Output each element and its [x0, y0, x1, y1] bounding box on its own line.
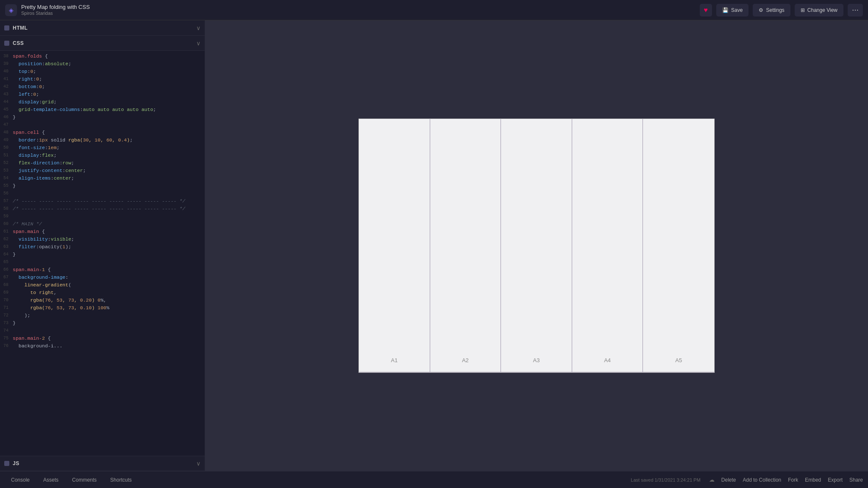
code-line: 66span.main-1 { [0, 266, 205, 274]
map-cell: A5 [643, 119, 714, 372]
project-title: Pretty Map folding with CSS [21, 4, 90, 11]
logo-icon: ◈ [9, 7, 14, 14]
code-line: 63 filter:opacity(1); [0, 243, 205, 251]
js-panel-header[interactable]: JS ∨ [0, 456, 205, 471]
add-to-collection-action[interactable]: Add to Collection [743, 477, 782, 483]
code-line: 74 [0, 327, 205, 335]
changeview-icon: ⊞ [801, 7, 805, 13]
map-cell: A1 [359, 119, 430, 372]
tab-assets[interactable]: Assets [37, 474, 64, 486]
line-number: 58 [0, 205, 13, 213]
save-button[interactable]: 💾 Save [716, 4, 748, 17]
css-panel-chevron[interactable]: ∨ [196, 40, 200, 47]
css-panel-dot [4, 41, 9, 46]
line-content: visibility:visible; [13, 236, 202, 243]
line-number: 50 [0, 144, 13, 152]
line-number: 45 [0, 106, 13, 114]
css-panel-header[interactable]: CSS ∨ [0, 36, 205, 51]
line-content: display:flex; [13, 152, 202, 159]
project-author: Spiros Staridas [21, 11, 90, 16]
js-panel-label: JS [13, 460, 193, 466]
line-number: 49 [0, 136, 13, 144]
code-line: 69 to right, [0, 289, 205, 297]
line-content: to right, [13, 289, 202, 297]
html-panel-label: HTML [13, 25, 193, 31]
tab-comments[interactable]: Comments [66, 474, 103, 486]
line-content: background-image: [13, 274, 202, 281]
code-line: 61span.main { [0, 228, 205, 236]
code-line: 76 background-i... [0, 342, 205, 350]
line-content: flex-direction:row; [13, 159, 202, 167]
code-line: 50 font-size:1em; [0, 144, 205, 152]
line-number: 66 [0, 266, 13, 274]
settings-button[interactable]: ⚙ Settings [753, 4, 790, 17]
tab-shortcuts[interactable]: Shortcuts [104, 474, 138, 486]
code-line: 44 display:grid; [0, 98, 205, 106]
line-number: 70 [0, 297, 13, 304]
code-line: 49 border:1px solid rgba(30, 10, 60, 0.4… [0, 136, 205, 144]
app-logo: ◈ [5, 4, 17, 16]
line-content: } [13, 182, 202, 190]
line-number: 62 [0, 236, 13, 243]
html-panel-header[interactable]: HTML ∨ [0, 20, 205, 36]
line-number: 39 [0, 60, 13, 68]
save-icon: 💾 [722, 7, 729, 13]
line-number: 64 [0, 251, 13, 258]
code-line: 64} [0, 251, 205, 258]
preview-canvas: A1A2A3A4A5 [359, 119, 715, 373]
export-action[interactable]: Export [828, 477, 843, 483]
line-number: 74 [0, 327, 13, 335]
line-number: 61 [0, 228, 13, 236]
line-content: justify-content:center; [13, 167, 202, 175]
code-line: 75span.main-2 { [0, 335, 205, 342]
line-number: 54 [0, 175, 13, 182]
line-content: bottom:0; [13, 83, 202, 91]
map-cell-label: A1 [391, 357, 398, 363]
settings-icon: ⚙ [759, 7, 763, 13]
tab-console[interactable]: Console [5, 474, 36, 486]
code-editor[interactable]: 38span.folds {39 position:absolute;40 to… [0, 51, 205, 456]
like-button[interactable]: ♥ [700, 4, 712, 17]
line-number: 47 [0, 121, 13, 129]
delete-action[interactable]: Delete [721, 477, 736, 483]
change-view-button[interactable]: ⊞ Change View [795, 4, 843, 17]
code-line: 53 justify-content:center; [0, 167, 205, 175]
code-line: 51 display:flex; [0, 152, 205, 159]
line-content: /* MAIN */ [13, 220, 202, 228]
code-line: 73} [0, 319, 205, 327]
line-number: 63 [0, 243, 13, 251]
code-line: 71 rgba(76, 53, 73, 0.10) 100% [0, 304, 205, 312]
code-line: 43 left:0; [0, 91, 205, 98]
line-content: span.folds { [13, 53, 202, 60]
js-panel-chevron[interactable]: ∨ [196, 460, 200, 467]
fork-action[interactable]: Fork [788, 477, 798, 483]
line-number: 72 [0, 312, 13, 319]
embed-action[interactable]: Embed [805, 477, 821, 483]
html-panel-chevron[interactable]: ∨ [196, 25, 200, 31]
code-line: 38span.folds { [0, 53, 205, 60]
line-content: background-i... [13, 342, 202, 350]
map-cell: A2 [430, 119, 501, 372]
code-line: 70 rgba(76, 53, 73, 0.20) 0%, [0, 297, 205, 304]
line-number: 59 [0, 213, 13, 220]
html-panel-dot [4, 25, 9, 30]
code-line: 55} [0, 182, 205, 190]
map-cell-label: A3 [533, 357, 540, 363]
code-line: 40 top:0; [0, 68, 205, 75]
more-button[interactable]: ⋯ [848, 4, 863, 17]
code-line: 68 linear-gradient( [0, 281, 205, 289]
bottom-bar: Console Assets Comments Shortcuts Last s… [0, 471, 868, 488]
code-line: 58/* ----- ----- ----- ----- ----- -----… [0, 205, 205, 213]
line-content: rgba(76, 53, 73, 0.10) 100% [13, 304, 202, 312]
line-content: span.cell { [13, 129, 202, 136]
line-content: /* ----- ----- ----- ----- ----- ----- -… [13, 205, 202, 213]
js-panel-dot [4, 461, 9, 466]
share-action[interactable]: Share [849, 477, 863, 483]
code-line: 52 flex-direction:row; [0, 159, 205, 167]
line-number: 57 [0, 197, 13, 205]
line-number: 43 [0, 91, 13, 98]
map-cell-label: A4 [604, 357, 611, 363]
map-cell-label: A2 [462, 357, 469, 363]
code-line: 65 [0, 258, 205, 266]
code-line: 72 ); [0, 312, 205, 319]
